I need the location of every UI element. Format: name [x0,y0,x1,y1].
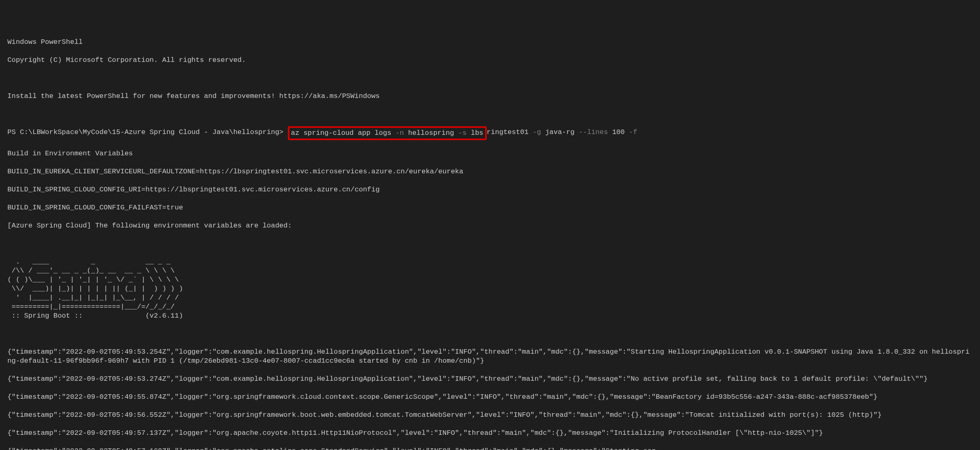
highlighted-command: az spring-cloud app logs -n hellospring … [288,126,487,140]
blank [7,74,973,83]
log-line-6: {"timestamp":"2022-09-02T05:49:57.169Z",… [7,447,973,450]
flag-s: -s [458,129,467,137]
env-config-uri: BUILD_IN_SPRING_CLOUD_CONFIG_URI=https:/… [7,185,973,194]
env-title: Build in Environment Variables [7,149,973,158]
env-eureka: BUILD_IN_EUREKA_CLIENT_SERVICEURL_DEFAUL… [7,167,973,176]
log-line-3: {"timestamp":"2022-09-02T05:49:55.874Z",… [7,393,973,402]
log-line-2: {"timestamp":"2022-09-02T05:49:53.274Z",… [7,375,973,384]
val-n: hellospring [408,129,454,137]
val-g: java-rg [545,128,574,136]
blank [7,239,973,248]
log-line-4: {"timestamp":"2022-09-02T05:49:56.552Z",… [7,411,973,420]
flag-lines: --lines [579,128,608,136]
ps-copyright: Copyright (C) Microsoft Corporation. All… [7,56,973,65]
val-s-tail: ringtest01 [487,128,529,136]
blank [7,330,973,339]
command-line[interactable]: PS C:\LBWorkSpace\MyCode\15-Azure Spring… [7,128,973,140]
log-line-1: {"timestamp":"2022-09-02T05:49:53.254Z",… [7,348,973,366]
val-s-partial: lbs [471,129,483,137]
spring-banner: . ____ _ __ _ _ /\\ / ___'_ __ _ _(_)_ _… [7,257,973,320]
blank [7,110,973,119]
val-lines: 100 [612,128,625,136]
flag-f: -f [629,128,637,136]
flag-n: -n [396,129,404,137]
cmd-az: az [291,129,299,137]
env-failfast: BUILD_IN_SPRING_CLOUD_CONFIG_FAILFAST=tr… [7,203,973,212]
cmd-rest: spring-cloud app logs [303,129,391,137]
ps-title: Windows PowerShell [7,38,973,47]
ps-hint: Install the latest PowerShell for new fe… [7,92,973,101]
log-line-5: {"timestamp":"2022-09-02T05:49:57.137Z",… [7,429,973,438]
flag-g: -g [533,128,541,136]
env-loaded: [Azure Spring Cloud] The following envir… [7,221,973,230]
prompt-prefix: PS C:\LBWorkSpace\MyCode\15-Azure Spring… [7,128,283,136]
